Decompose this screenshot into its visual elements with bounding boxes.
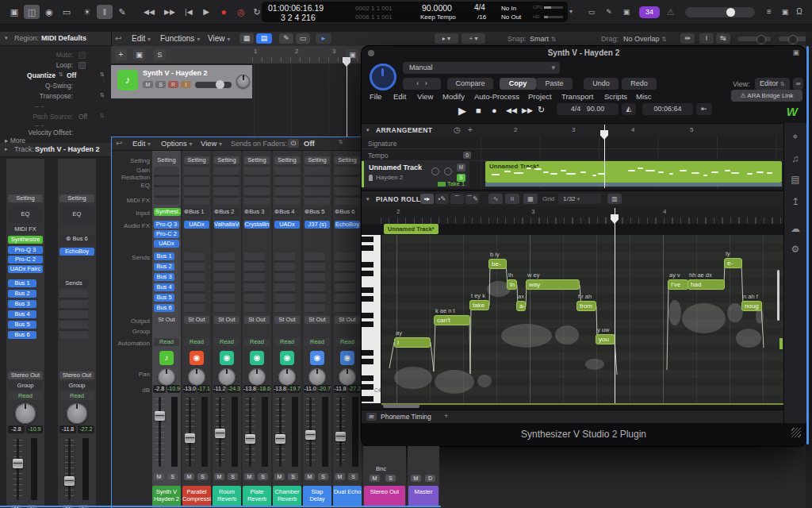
menubar-badge[interactable]: 34: [639, 6, 660, 18]
volume-db-value[interactable]: -13.0: [183, 385, 196, 393]
audio-fx-slot[interactable]: J37 (s): [304, 221, 330, 229]
lcd-smpte-time[interactable]: 01:00:06:16.19: [268, 3, 324, 13]
edit-pencil-icon[interactable]: ✎: [601, 5, 617, 19]
track-icon[interactable]: ♪: [117, 70, 138, 90]
phoneme-label[interactable]: t ey k: [471, 292, 485, 299]
plugin-power-button[interactable]: [370, 64, 396, 90]
black-key[interactable]: [362, 359, 373, 364]
automation-mode-button[interactable]: Read: [59, 392, 94, 400]
output-button[interactable]: St Out: [154, 316, 179, 324]
sends-on-faders-value[interactable]: Off: [304, 137, 315, 151]
output-button[interactable]: St Out: [274, 316, 300, 324]
setting-button[interactable]: Setting: [184, 156, 209, 164]
audio-fx-slot[interactable]: EchoBoy: [59, 248, 94, 256]
track-name[interactable]: Synth V - Hayden 2: [143, 69, 208, 77]
empty-send-slots[interactable]: [214, 252, 235, 313]
arr-mute-button[interactable]: M: [457, 164, 465, 171]
main-window-icon[interactable]: ◫: [24, 5, 40, 19]
note-pad-icon[interactable]: ▣: [619, 5, 634, 19]
track-inspector-header[interactable]: ▸ Track: Synth V - Hayden 2: [0, 143, 111, 157]
export-icon[interactable]: ↥: [785, 196, 806, 207]
marquee-icon[interactable]: ▭: [296, 33, 310, 44]
arrangement-region[interactable]: Unnamed Track*: [485, 161, 782, 183]
volume-fader[interactable]: [306, 397, 328, 467]
peak-db-value[interactable]: -18.6: [258, 385, 270, 393]
phoneme-label[interactable]: ax: [518, 293, 524, 300]
pr-playhead-line[interactable]: [615, 208, 615, 403]
help-icon[interactable]: ◉: [41, 5, 57, 19]
add-track-icon[interactable]: +: [468, 125, 473, 134]
phoneme-label[interactable]: w ey: [527, 271, 539, 279]
phoneme-label[interactable]: ay v: [669, 271, 680, 279]
lcd-position[interactable]: 3 2 4 216: [281, 13, 316, 22]
track-record-button[interactable]: R: [168, 81, 178, 88]
waveform-zoom-icon[interactable]: ⇹: [680, 33, 695, 44]
instrument-slot[interactable]: Synthesize: [8, 236, 43, 244]
solo-button[interactable]: S: [228, 473, 238, 480]
piano-roll-header[interactable]: ▾ PIANO ROLL ▪▸ ▪✎ ⌒ ⌒✎ ∿ ||| ▦ Grid 1/3…: [362, 190, 783, 208]
add-phoneme-icon[interactable]: +: [444, 412, 448, 420]
pan-knob[interactable]: [308, 368, 326, 386]
piano-roll-view-icon[interactable]: ▤: [256, 33, 272, 44]
instrument-slot[interactable]: Synthesi...: [154, 208, 181, 216]
toolbar-icon[interactable]: ▭: [59, 5, 75, 19]
phoneme-label[interactable]: y uw: [597, 326, 609, 333]
library-card-icon[interactable]: ▤: [785, 174, 806, 185]
fader-cap[interactable]: [305, 430, 316, 440]
user-icon[interactable]: Ω: [791, 5, 807, 19]
setting-button[interactable]: Setting: [304, 156, 330, 164]
solo-button[interactable]: S: [348, 473, 358, 480]
edit-menu[interactable]: Edit ▾: [132, 32, 151, 47]
automation-mode-button[interactable]: Read: [274, 338, 300, 346]
view-dropdown[interactable]: Editor ⇅: [755, 78, 790, 90]
region-loop-strip[interactable]: [485, 183, 782, 187]
metronome-icon[interactable]: ◭: [622, 103, 636, 115]
redo-button[interactable]: Redo: [622, 78, 657, 90]
black-key[interactable]: [362, 271, 373, 276]
signature-row-label[interactable]: Signature: [368, 140, 396, 148]
black-key[interactable]: [362, 287, 373, 293]
lyric-note[interactable]: had: [688, 279, 725, 290]
eq-midi-fx-slots[interactable]: [214, 167, 239, 205]
channel-name[interactable]: Room Reverb: [213, 486, 241, 507]
peak-db-value[interactable]: -10.9: [167, 385, 180, 393]
eq-midi-fx-slots[interactable]: [274, 167, 300, 205]
quantize-stepper-icon[interactable]: ⇅: [59, 71, 63, 78]
volume-slider[interactable]: [685, 7, 755, 17]
lyric-note[interactable]: from: [576, 301, 596, 311]
pan-knob[interactable]: [218, 368, 236, 386]
fader-cap[interactable]: [13, 459, 23, 468]
lyric-note[interactable]: a-: [516, 301, 526, 311]
automation-mode-button[interactable]: Read: [8, 392, 43, 400]
input-slot[interactable]: ⊚ Bus 6: [59, 235, 94, 243]
solo-button[interactable]: S: [167, 473, 178, 480]
snap-menu[interactable]: Smart ⇅: [530, 32, 556, 47]
midi-fx-button[interactable]: MIDI FX: [8, 225, 43, 233]
automation-mode-button[interactable]: Read: [335, 338, 360, 346]
plugin-menu-project[interactable]: Project: [528, 92, 552, 101]
group-button[interactable]: Group: [59, 382, 94, 390]
volume-fader[interactable]: [246, 397, 268, 467]
output-button[interactable]: Stereo Out: [59, 371, 94, 379]
window-toggle-icon[interactable]: ▣: [6, 5, 22, 19]
empty-send-slots[interactable]: [59, 290, 88, 339]
volume-slider-knob[interactable]: [726, 8, 735, 17]
plugin-menu-transport[interactable]: Transport: [561, 92, 593, 101]
volume-fader[interactable]: [65, 438, 89, 500]
phoneme-label[interactable]: k ae n t: [435, 307, 455, 314]
undo-button[interactable]: Undo: [584, 78, 619, 90]
volume-db-value[interactable]: -11.8: [59, 425, 76, 433]
fader-cap[interactable]: [245, 434, 255, 444]
lyric-note[interactable]: I've: [668, 279, 688, 290]
waveform-tool-icon[interactable]: |||: [505, 194, 519, 204]
loop-checkbox[interactable]: [79, 62, 86, 69]
capture-record-icon[interactable]: ◎: [233, 5, 249, 19]
plugin-menu-auto-process[interactable]: Auto-Process: [474, 92, 519, 101]
playhead-line[interactable]: [347, 57, 347, 137]
volume-fader[interactable]: [13, 438, 37, 500]
horizontal-zoom-icon[interactable]: ↹: [716, 33, 730, 44]
phoneme-label[interactable]: f r ah: [578, 293, 592, 300]
send-slot[interactable]: Bus 6: [154, 304, 174, 312]
track-header[interactable]: 1 ♪ Synth V - Hayden 2 M S R I: [111, 65, 252, 98]
plugin-menu-modify[interactable]: Modify: [442, 92, 465, 101]
